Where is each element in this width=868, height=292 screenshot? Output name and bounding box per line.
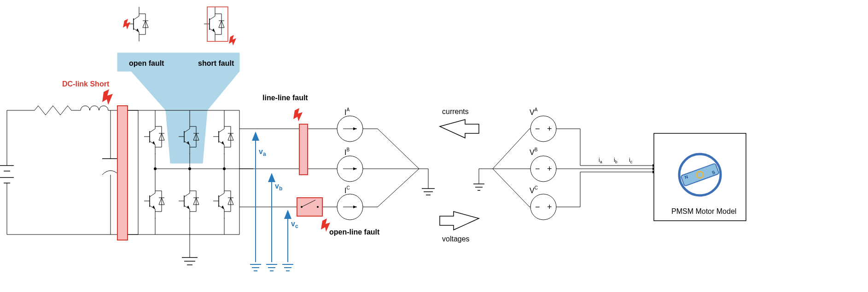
- lightning-icon: [102, 89, 113, 105]
- IA-label: IA: [344, 107, 350, 116]
- vc-label: vc: [291, 220, 298, 229]
- resistor-icon: [35, 106, 71, 115]
- lightning-icon: [293, 108, 303, 121]
- svg-line-78: [493, 129, 530, 169]
- IB-label: IB: [344, 147, 350, 156]
- igbt-short-fault-icon: [204, 7, 236, 46]
- VB-label: VB: [530, 147, 538, 156]
- svg-rect-42: [299, 124, 308, 175]
- inverter-ground-icon: [182, 235, 198, 265]
- VC-label: VC: [530, 185, 538, 195]
- ic-label: ic: [629, 157, 633, 164]
- svg-line-80: [493, 169, 530, 207]
- phase-lines: [239, 129, 336, 207]
- open-line-fault-label: open-line fault: [329, 228, 380, 236]
- phase-voltage-arrows: [250, 133, 293, 271]
- open-line-fault-box: [297, 198, 322, 216]
- svg-point-47: [317, 206, 319, 208]
- svg-line-65: [378, 169, 419, 207]
- svg-rect-13: [117, 106, 128, 240]
- IC-label: IC: [344, 185, 350, 195]
- line-line-fault-label: line-line fault: [262, 94, 308, 102]
- svg-marker-71: [440, 120, 479, 138]
- igbt-open-fault-icon: [123, 7, 148, 41]
- motor-feed-lines: [557, 129, 656, 207]
- VA-label: VA: [530, 107, 538, 116]
- ib-label: ib: [614, 157, 618, 164]
- short-fault-label: short fault: [198, 59, 234, 67]
- vb-label: vb: [275, 182, 282, 192]
- pmsm-label: PMSM Motor Model: [671, 207, 736, 215]
- dc-source-icon: [0, 166, 14, 183]
- svg-line-62: [378, 129, 419, 169]
- ia-label: ia: [599, 157, 602, 164]
- currents-arrow-icon: [440, 120, 479, 138]
- lightning-icon: [321, 218, 330, 232]
- line-line-fault-box: [299, 124, 308, 175]
- svg-rect-16: [207, 7, 228, 41]
- voltage-sources: [530, 116, 557, 220]
- diagram-root: DC-link Short open fault short fault: [0, 0, 868, 292]
- dc-link-short-box: [117, 106, 128, 240]
- va-label: va: [259, 148, 266, 157]
- inductor-icon: [81, 106, 108, 110]
- currents-label: currents: [442, 108, 469, 115]
- dc-link-short-label: DC-link Short: [62, 80, 110, 88]
- pmsm-motor-box: N S PMSM Motor Model: [654, 133, 746, 221]
- capacitor-icon: [102, 159, 119, 175]
- svg-marker-15: [117, 53, 239, 163]
- fault-funnel: [117, 53, 239, 163]
- current-converge: [364, 129, 435, 207]
- voltages-label: voltages: [442, 235, 470, 243]
- current-sources: [336, 116, 364, 220]
- open-fault-label: open fault: [129, 59, 164, 67]
- voltages-arrow-icon: [440, 212, 479, 230]
- svg-marker-72: [440, 212, 479, 230]
- voltage-star: [473, 129, 530, 207]
